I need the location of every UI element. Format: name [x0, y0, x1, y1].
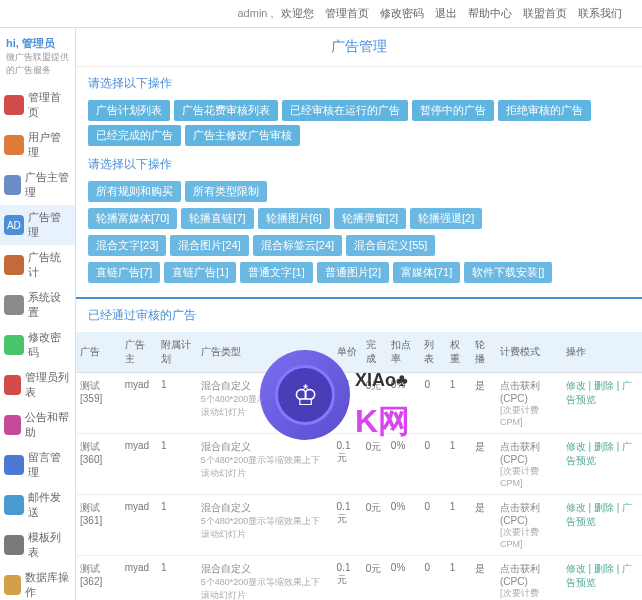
- sidebar-item[interactable]: 管理首页: [0, 85, 75, 125]
- section-title-1: 请选择以下操作: [88, 75, 630, 92]
- table-header: 广告: [76, 332, 121, 373]
- filter-tag[interactable]: 轮播图片[6]: [258, 208, 330, 229]
- ops-cell[interactable]: 修改 | 删除 | 广告预览: [562, 495, 642, 556]
- table-header: 完成: [362, 332, 387, 373]
- table-cell: 1: [446, 556, 471, 601]
- sidebar-item-label: 公告和帮助: [25, 410, 71, 440]
- table-cell: 0: [420, 434, 445, 495]
- action-tag[interactable]: 已经完成的广告: [88, 125, 181, 146]
- action-tag[interactable]: 广告主修改广告审核: [185, 125, 300, 146]
- table-cell: 1: [157, 495, 197, 556]
- table-cell: myad: [121, 434, 157, 495]
- table-cell: 0.1元: [333, 495, 362, 556]
- sidebar-item-label: 修改密码: [28, 330, 71, 360]
- page-title: 广告管理: [76, 28, 642, 67]
- table-cell: 测试[359]: [76, 373, 121, 434]
- sidebar-item[interactable]: 修改密码: [0, 325, 75, 365]
- sidebar-item[interactable]: 系统设置: [0, 285, 75, 325]
- action-tag[interactable]: 广告计划列表: [88, 100, 170, 121]
- action-tag[interactable]: 已经审核在运行的广告: [282, 100, 408, 121]
- filter-tag[interactable]: 轮播强退[2]: [410, 208, 482, 229]
- table-cell: 0.1元: [333, 373, 362, 434]
- filter-tag[interactable]: 普通文字[1]: [240, 262, 312, 283]
- topnav-link[interactable]: 联系我们: [578, 7, 622, 19]
- table-header: 计费模式: [496, 332, 562, 373]
- sidebar-item[interactable]: 管理员列表: [0, 365, 75, 405]
- filter-tag[interactable]: 混合标签云[24]: [253, 235, 342, 256]
- filter-tag[interactable]: 所有类型限制: [185, 181, 267, 202]
- sidebar-item[interactable]: 广告主管理: [0, 165, 75, 205]
- table-header: 列表: [420, 332, 445, 373]
- mode-cell: 点击获利(CPC)[次要计费CPM]: [496, 556, 562, 601]
- sidebar-item[interactable]: 模板列表: [0, 525, 75, 565]
- table-cell: myad: [121, 556, 157, 601]
- filter-tag[interactable]: 直链广告[7]: [88, 262, 160, 283]
- filter-tag[interactable]: 所有规则和购买: [88, 181, 181, 202]
- sidebar-header: hi, 管理员 微广告联盟提供的广告服务: [0, 28, 75, 85]
- sidebar-item[interactable]: 广告统计: [0, 245, 75, 285]
- topnav-link[interactable]: 联盟首页: [523, 7, 567, 19]
- sidebar-item-label: 系统设置: [28, 290, 71, 320]
- filter-tag[interactable]: 轮播弹窗[2]: [334, 208, 406, 229]
- ad-type-cell: 混合自定义5个480*200显示等缩效果上下滚动幻灯片: [197, 556, 333, 601]
- sidebar-icon: [4, 415, 21, 435]
- table-cell: myad: [121, 373, 157, 434]
- filter-tag[interactable]: 富媒体[71]: [393, 262, 460, 283]
- sidebar-item[interactable]: 留言管理: [0, 445, 75, 485]
- sidebar-icon: [4, 175, 21, 195]
- action-tag[interactable]: 广告花费审核列表: [174, 100, 278, 121]
- sidebar-icon: AD: [4, 215, 24, 235]
- table-cell: myad: [121, 495, 157, 556]
- sidebar-item-label: 用户管理: [28, 130, 71, 160]
- ads-table: 广告广告主附属计划广告类型单价完成扣点率列表权重轮播计费模式操作 测试[359]…: [76, 332, 642, 600]
- topnav-link[interactable]: 帮助中心: [468, 7, 512, 19]
- table-row: 测试[359]myad1混合自定义5个480*200显示等缩效果上下滚动幻灯片0…: [76, 373, 642, 434]
- ops-cell[interactable]: 修改 | 删除 | 广告预览: [562, 434, 642, 495]
- table-cell: 测试[361]: [76, 495, 121, 556]
- sidebar-icon: [4, 375, 21, 395]
- filter-tag[interactable]: 轮播直链[7]: [181, 208, 253, 229]
- table-header: 操作: [562, 332, 642, 373]
- table-cell: 1: [446, 434, 471, 495]
- filter-tag[interactable]: 普通图片[2]: [317, 262, 389, 283]
- sidebar-icon: [4, 255, 24, 275]
- table-row: 测试[361]myad1混合自定义5个480*200显示等缩效果上下滚动幻灯片0…: [76, 495, 642, 556]
- sidebar-icon: [4, 135, 24, 155]
- table-cell: 1: [157, 373, 197, 434]
- table-cell: 0元: [362, 495, 387, 556]
- table-title: 已经通过审核的广告: [76, 297, 642, 332]
- table-cell: 是: [471, 373, 496, 434]
- table-cell: 0: [420, 556, 445, 601]
- table-cell: 0元: [362, 434, 387, 495]
- filter-tag[interactable]: 混合图片[24]: [170, 235, 248, 256]
- filter-tag[interactable]: 直链广告[1]: [164, 262, 236, 283]
- sidebar-item[interactable]: AD广告管理: [0, 205, 75, 245]
- table-cell: 0元: [362, 373, 387, 434]
- action-tag[interactable]: 拒绝审核的广告: [498, 100, 591, 121]
- filter-tag[interactable]: 混合自定义[55]: [346, 235, 435, 256]
- topnav-link[interactable]: 管理首页: [325, 7, 369, 19]
- table-row: 测试[360]myad1混合自定义5个480*200显示等缩效果上下滚动幻灯片0…: [76, 434, 642, 495]
- sidebar-item[interactable]: 用户管理: [0, 125, 75, 165]
- topnav-link[interactable]: 欢迎您: [281, 7, 314, 19]
- table-cell: 0%: [387, 373, 421, 434]
- topnav-link[interactable]: 修改密码: [380, 7, 424, 19]
- sidebar: hi, 管理员 微广告联盟提供的广告服务 管理首页用户管理广告主管理AD广告管理…: [0, 28, 76, 600]
- table-cell: 0%: [387, 495, 421, 556]
- table-cell: 测试[360]: [76, 434, 121, 495]
- filter-tag[interactable]: 混合文字[23]: [88, 235, 166, 256]
- filter-tag[interactable]: 轮播富媒体[70]: [88, 208, 177, 229]
- sidebar-icon: [4, 455, 24, 475]
- ops-cell[interactable]: 修改 | 删除 | 广告预览: [562, 373, 642, 434]
- table-cell: 1: [446, 495, 471, 556]
- sidebar-item[interactable]: 邮件发送: [0, 485, 75, 525]
- table-cell: 是: [471, 556, 496, 601]
- ops-cell[interactable]: 修改 | 删除 | 广告预览: [562, 556, 642, 601]
- sidebar-item[interactable]: 公告和帮助: [0, 405, 75, 445]
- sidebar-item[interactable]: 数据库操作: [0, 565, 75, 600]
- topnav-link[interactable]: 退出: [435, 7, 457, 19]
- action-tag[interactable]: 暂停中的广告: [412, 100, 494, 121]
- filter-tag[interactable]: 软件下载安装[]: [464, 262, 552, 283]
- ad-type-cell: 混合自定义5个480*200显示等缩效果上下滚动幻灯片: [197, 434, 333, 495]
- sidebar-item-label: 模板列表: [28, 530, 71, 560]
